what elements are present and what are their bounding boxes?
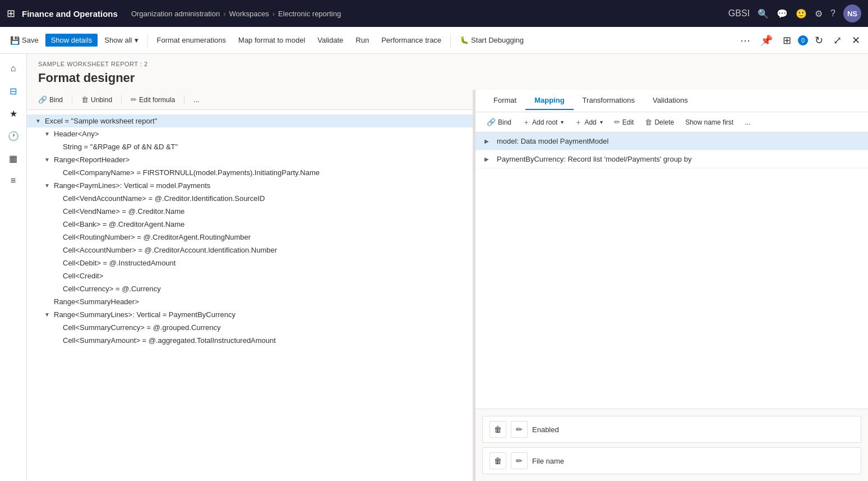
sidebar-item-filter[interactable]: ⊟ bbox=[3, 81, 24, 101]
validate-button[interactable]: Validate bbox=[312, 34, 349, 47]
search-icon[interactable]: 🔍 bbox=[758, 8, 769, 19]
link-icon: 🔗 bbox=[38, 95, 47, 104]
tree-text-cell-currency: Cell<Currency> = @.Currency bbox=[63, 285, 161, 293]
chevron-down-icon: ▾ bbox=[135, 36, 138, 44]
show-details-button[interactable]: Show details bbox=[45, 34, 98, 47]
toolbar-separator bbox=[147, 34, 148, 47]
delete-button[interactable]: 🗑 Delete bbox=[640, 117, 678, 127]
sidebar-item-list[interactable]: ≡ bbox=[3, 171, 24, 191]
settings-icon[interactable]: ⚙ bbox=[815, 8, 823, 19]
toggle-range-paymlines: ▼ bbox=[43, 182, 52, 189]
sidebar: ⌂ ⊟ ★ 🕐 ▦ ≡ bbox=[0, 54, 27, 481]
tree-text-cell-debit: Cell<Debit> = @.InstructedAmount bbox=[63, 259, 176, 267]
link-icon-right: 🔗 bbox=[487, 118, 496, 126]
tree-text-range-header: Range<ReportHeader> bbox=[54, 155, 130, 164]
tree-item-cell-vend[interactable]: Cell<VendAccountName> = @.Creditor.Ident… bbox=[27, 192, 473, 205]
tree-item-cell-account[interactable]: Cell<AccountNumber> = @.CreditorAccount.… bbox=[27, 244, 473, 256]
debug-icon: 🐛 bbox=[460, 36, 469, 44]
tree-text-range-summarylines: Range<SummaryLines>: Vertical = PaymentB… bbox=[54, 310, 236, 319]
tree-text-cell-summarycurrency: Cell<SummaryCurrency> = @.grouped.Curren… bbox=[63, 323, 221, 332]
edit-icon: ✏ bbox=[131, 95, 137, 104]
sidebar-item-star[interactable]: ★ bbox=[3, 103, 24, 123]
expand-icon[interactable]: ⤢ bbox=[830, 34, 845, 47]
toolbar-more-button[interactable]: ⋯ bbox=[737, 34, 754, 47]
tree-text-string: String = "&RPage &P of &N &D &T" bbox=[63, 143, 178, 151]
pin-icon[interactable]: 📌 bbox=[757, 34, 776, 47]
tree-item-excel[interactable]: ▼ Excel = "Sample worksheet report" bbox=[27, 114, 473, 127]
left-toolbar: 🔗 Bind 🗑 Unbind ✏ Edit formula bbox=[27, 90, 473, 110]
model-item-model[interactable]: ▶ model: Data model PaymentModel bbox=[475, 132, 868, 150]
sidebar-item-clock[interactable]: 🕐 bbox=[3, 126, 24, 146]
toggle-range-header: ▼ bbox=[43, 157, 52, 163]
edit-formula-button[interactable]: ✏ Edit formula bbox=[126, 94, 179, 105]
tree-text-cell-company: Cell<CompanyName> = FIRSTORNULL(model.Pa… bbox=[63, 168, 320, 177]
split-icon[interactable]: ⊞ bbox=[779, 34, 795, 47]
breadcrumb-electronic[interactable]: Electronic reporting bbox=[278, 10, 341, 18]
page-header: SAMPLE WORKSHEET REPORT : 2 Format desig… bbox=[27, 54, 868, 90]
performance-trace-button[interactable]: Performance trace bbox=[376, 34, 447, 47]
tree-item-cell-credit[interactable]: Cell<Credit> bbox=[27, 269, 473, 282]
enabled-edit-button[interactable]: ✏ bbox=[511, 421, 528, 438]
tree-item-cell-summarycurrency[interactable]: Cell<SummaryCurrency> = @.grouped.Curren… bbox=[27, 321, 473, 334]
tree-text-range-summaryheader: Range<SummaryHeader> bbox=[54, 297, 139, 306]
filename-edit-button[interactable]: ✏ bbox=[511, 452, 528, 469]
tree-item-range-header[interactable]: ▼ Range<ReportHeader> bbox=[27, 153, 473, 166]
tree-item-cell-currency[interactable]: Cell<Currency> = @.Currency bbox=[27, 282, 473, 295]
tree-item-cell-summaryamount[interactable]: Cell<SummaryAmount> = @.aggregated.Total… bbox=[27, 334, 473, 347]
right-bind-button[interactable]: 🔗 Bind bbox=[482, 117, 516, 127]
waffle-icon[interactable]: ⊞ bbox=[7, 7, 15, 20]
refresh-icon[interactable]: ↻ bbox=[811, 34, 827, 47]
chat-icon[interactable]: 💬 bbox=[777, 8, 788, 19]
map-format-button[interactable]: Map format to model bbox=[233, 34, 311, 47]
sidebar-item-home[interactable]: ⌂ bbox=[3, 58, 24, 79]
tab-transformations[interactable]: Transformations bbox=[574, 91, 644, 110]
smiley-icon[interactable]: 🙂 bbox=[796, 8, 807, 19]
tree-item-string[interactable]: String = "&RPage &P of &N &D &T" bbox=[27, 140, 473, 153]
unlink-icon: 🗑 bbox=[81, 95, 89, 104]
toggle-excel: ▼ bbox=[34, 118, 43, 124]
tree-text-cell-account: Cell<AccountNumber> = @.CreditorAccount.… bbox=[63, 246, 277, 254]
save-icon: 💾 bbox=[10, 36, 20, 45]
start-debugging-button[interactable]: 🐛 Start Debugging bbox=[454, 34, 529, 47]
bind-button[interactable]: 🔗 Bind bbox=[34, 94, 67, 105]
breadcrumb-org[interactable]: Organization administration bbox=[131, 10, 220, 18]
toggle-payment: ▶ bbox=[484, 156, 492, 162]
notification-badge[interactable]: 0 bbox=[798, 35, 808, 45]
tree-item-cell-debit[interactable]: Cell<Debit> = @.InstructedAmount bbox=[27, 256, 473, 269]
tree-item-cell-vendname[interactable]: Cell<VendName> = @.Creditor.Name bbox=[27, 205, 473, 218]
help-icon[interactable]: ? bbox=[830, 8, 835, 19]
format-enumerations-button[interactable]: Format enumerations bbox=[151, 34, 232, 47]
add-root-button[interactable]: ＋ Add root bbox=[518, 116, 568, 129]
avatar[interactable]: NS bbox=[843, 4, 861, 22]
tree-item-header[interactable]: ▼ Header<Any> bbox=[27, 127, 473, 140]
close-icon[interactable]: ✕ bbox=[848, 34, 864, 47]
toggle-header: ▼ bbox=[43, 131, 52, 137]
edit-button[interactable]: ✏ Edit bbox=[610, 117, 639, 127]
app-title: Finance and Operations bbox=[22, 9, 118, 19]
run-button[interactable]: Run bbox=[350, 34, 375, 47]
tree-item-cell-routing[interactable]: Cell<RoutingNumber> = @.CreditorAgent.Ro… bbox=[27, 231, 473, 244]
toolbar-separator-2 bbox=[450, 34, 451, 47]
enabled-delete-button[interactable]: 🗑 bbox=[490, 421, 506, 438]
tab-format[interactable]: Format bbox=[484, 91, 525, 110]
right-toolbar: 🔗 Bind ＋ Add root ＋ Add ✏ Edit bbox=[475, 112, 868, 132]
right-more-button[interactable]: ... bbox=[740, 117, 755, 127]
tree-item-range-summarylines[interactable]: ▼ Range<SummaryLines>: Vertical = Paymen… bbox=[27, 308, 473, 321]
filename-delete-button[interactable]: 🗑 bbox=[490, 452, 506, 469]
tree-item-cell-bank[interactable]: Cell<Bank> = @.CreditorAgent.Name bbox=[27, 218, 473, 231]
show-name-first-button[interactable]: Show name first bbox=[681, 117, 738, 127]
save-button[interactable]: 💾 Save bbox=[4, 34, 44, 47]
show-all-button[interactable]: Show all ▾ bbox=[99, 34, 144, 47]
tab-mapping[interactable]: Mapping bbox=[525, 91, 573, 110]
left-more-button[interactable]: ... bbox=[189, 95, 204, 105]
tab-validations[interactable]: Validations bbox=[644, 91, 697, 110]
breadcrumb-workspaces[interactable]: Workspaces bbox=[229, 10, 269, 18]
tree-item-range-summaryheader[interactable]: Range<SummaryHeader> bbox=[27, 295, 473, 308]
tree-item-cell-company[interactable]: Cell<CompanyName> = FIRSTORNULL(model.Pa… bbox=[27, 166, 473, 179]
main-layout: ⌂ ⊟ ★ 🕐 ▦ ≡ SAMPLE WORKSHEET REPORT : 2 … bbox=[0, 54, 868, 481]
sidebar-item-table[interactable]: ▦ bbox=[3, 148, 24, 168]
tree-item-range-paymlines[interactable]: ▼ Range<PaymLines>: Vertical = model.Pay… bbox=[27, 179, 473, 192]
model-item-payment[interactable]: ▶ PaymentByCurrency: Record list 'model/… bbox=[475, 150, 868, 168]
unbind-button[interactable]: 🗑 Unbind bbox=[77, 94, 117, 105]
add-button[interactable]: ＋ Add bbox=[570, 116, 607, 129]
